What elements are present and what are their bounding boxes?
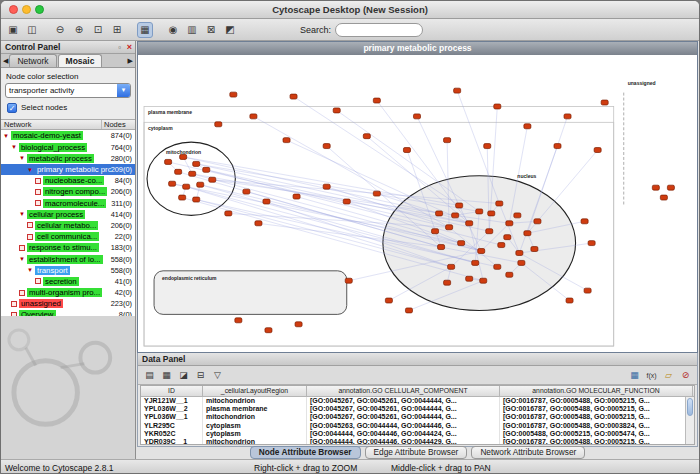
network-node[interactable] xyxy=(506,272,513,277)
network-node[interactable] xyxy=(263,199,270,204)
network-node[interactable] xyxy=(333,108,340,113)
table-row[interactable]: YPL036W__2plasma membrane[GO:0045267, GO… xyxy=(141,405,694,413)
network-edge[interactable] xyxy=(294,97,460,206)
tree-row[interactable]: ▼mosaic-demo-yeast874(0) xyxy=(1,130,135,141)
network-node[interactable] xyxy=(456,203,463,208)
table-row[interactable]: YLR295Ccytoplasm[GO:0045263, GO:0044444,… xyxy=(141,422,694,430)
network-node[interactable] xyxy=(165,159,172,164)
create-attribute-icon[interactable]: ◪ xyxy=(176,368,191,383)
tree-row[interactable]: ▼metabolic process280(0) xyxy=(1,153,135,164)
network-node[interactable] xyxy=(566,298,573,303)
network-node[interactable] xyxy=(518,260,525,265)
clear-table-icon[interactable]: ⊘ xyxy=(678,368,693,383)
table-cell[interactable]: YPL036W__1 xyxy=(141,413,203,421)
formula-builder-icon[interactable]: f(x) xyxy=(644,368,659,383)
network-node[interactable] xyxy=(438,245,445,250)
expand-arrow-icon[interactable]: ▼ xyxy=(19,155,27,161)
node-color-dropdown[interactable]: transporter activity ▼ xyxy=(5,83,131,98)
table-cell[interactable]: [GO:0016787, GO:0005488, GO:0005215, G..… xyxy=(500,438,693,445)
network-node[interactable] xyxy=(446,225,453,230)
table-cell[interactable]: [GO:0016787, GO:0005488, GO:0003824, G..… xyxy=(500,422,693,430)
network-node[interactable] xyxy=(494,264,501,269)
tree-column-nodes[interactable]: Nodes xyxy=(102,120,135,129)
network-canvas[interactable]: plasma membranecytoplasmendoplasmic reti… xyxy=(138,55,697,352)
table-cell[interactable]: [GO:0005488, GO:0005215, GO:0005474, G..… xyxy=(500,430,693,438)
close-panel-icon[interactable]: × xyxy=(127,42,132,53)
network-node[interactable] xyxy=(458,241,465,246)
network-node[interactable] xyxy=(588,241,595,246)
network-node[interactable] xyxy=(496,201,503,206)
table-cell[interactable]: [GO:0045267, GO:0045261, GO:0044444, G..… xyxy=(307,405,500,413)
table-cell[interactable]: mitochondrion xyxy=(203,438,307,445)
network-node[interactable] xyxy=(506,221,513,226)
network-node[interactable] xyxy=(480,278,487,283)
network-node[interactable] xyxy=(667,185,674,190)
network-node[interactable] xyxy=(534,219,541,224)
table-cell[interactable]: mitochondrion xyxy=(203,413,307,421)
network-node[interactable] xyxy=(179,195,186,200)
network-node[interactable] xyxy=(504,235,511,240)
network-node[interactable] xyxy=(516,251,523,256)
table-cell[interactable]: YKR052C xyxy=(141,430,203,438)
table-cell[interactable]: mitochondrion xyxy=(203,397,307,405)
table-cell[interactable]: cytoplasm xyxy=(203,430,307,438)
tree-row[interactable]: ▼cellular process414(0) xyxy=(1,209,135,220)
destroy-network-icon[interactable]: ⊠ xyxy=(203,22,219,38)
tab-network-attribute-browser[interactable]: Network Attribute Browser xyxy=(471,446,585,459)
network-node[interactable] xyxy=(478,249,485,254)
tree-row[interactable]: nitrogen compo...206(0) xyxy=(1,186,135,197)
expand-arrow-icon[interactable]: ▼ xyxy=(19,256,27,262)
network-node[interactable] xyxy=(283,138,290,143)
column-header[interactable]: _cellularLayoutRegion xyxy=(203,386,307,396)
network-node[interactable] xyxy=(652,185,659,190)
network-node[interactable] xyxy=(243,189,250,194)
tree-row[interactable]: nucleobase-co...84(0) xyxy=(1,175,135,186)
tree-row[interactable]: multi-organism pro...42(0) xyxy=(1,287,135,298)
network-node[interactable] xyxy=(452,213,459,218)
network-node[interactable] xyxy=(564,114,571,119)
network-node[interactable] xyxy=(554,144,561,149)
network-node[interactable] xyxy=(215,122,222,127)
table-cell[interactable]: cytoplasm xyxy=(203,422,307,430)
column-header[interactable]: ID xyxy=(141,386,203,396)
network-node[interactable] xyxy=(323,144,330,149)
network-node[interactable] xyxy=(363,134,370,139)
tree-row[interactable]: ▼transport558(0) xyxy=(1,265,135,276)
network-node[interactable] xyxy=(531,247,538,252)
network-node[interactable] xyxy=(594,148,601,153)
open-session-icon[interactable]: ▣ xyxy=(5,22,21,38)
import-attributes-icon[interactable]: ▱ xyxy=(661,368,676,383)
select-nodes-checkbox[interactable]: ✓ xyxy=(7,103,17,113)
table-cell[interactable]: [GO:0045267, GO:0045261, GO:0044444, G..… xyxy=(307,413,500,421)
select-attributes-icon[interactable]: ▤ xyxy=(142,368,157,383)
attribute-matrix-icon[interactable]: ▦ xyxy=(627,368,642,383)
network-view-title[interactable]: primary metabolic process xyxy=(138,42,697,55)
table-row[interactable]: YKR052Ccytoplasm[GO:0044444, GO:0044446,… xyxy=(141,430,694,438)
table-cell[interactable]: [GO:0044444, GO:0044446, GO:0044424, G..… xyxy=(307,430,500,438)
scroll-tabs-left-icon[interactable]: ◀ xyxy=(2,54,9,67)
unselect-attributes-icon[interactable]: ▦ xyxy=(159,368,174,383)
save-session-icon[interactable]: ◫ xyxy=(24,22,40,38)
network-node[interactable] xyxy=(601,100,608,105)
network-node[interactable] xyxy=(225,211,232,216)
table-cell[interactable]: YLR295C xyxy=(141,422,203,430)
network-graph[interactable]: plasma membranecytoplasmendoplasmic reti… xyxy=(138,55,697,352)
network-node[interactable] xyxy=(189,171,196,176)
network-node[interactable] xyxy=(197,182,204,187)
show-graphics-details-icon[interactable]: ▦ xyxy=(137,22,153,38)
network-node[interactable] xyxy=(293,194,300,199)
network-node[interactable] xyxy=(403,148,410,153)
zoom-out-icon[interactable]: ⊖ xyxy=(52,22,68,38)
column-header[interactable]: annotation.GO CELLULAR_COMPONENT xyxy=(307,386,500,396)
network-node[interactable] xyxy=(472,260,479,265)
network-node[interactable] xyxy=(235,318,242,323)
network-node[interactable] xyxy=(466,221,473,226)
table-row[interactable]: YPL036W__1mitochondrion[GO:0045267, GO:0… xyxy=(141,413,694,421)
network-node[interactable] xyxy=(476,209,483,214)
tree-row[interactable]: ▼primary metabolic process209(0) xyxy=(1,164,135,175)
network-node[interactable] xyxy=(486,229,493,234)
table-scrollbar-thumb[interactable] xyxy=(687,398,693,416)
network-node[interactable] xyxy=(660,195,667,200)
table-scrollbar[interactable] xyxy=(685,397,694,444)
tab-node-attribute-browser[interactable]: Node Attribute Browser xyxy=(250,446,361,459)
